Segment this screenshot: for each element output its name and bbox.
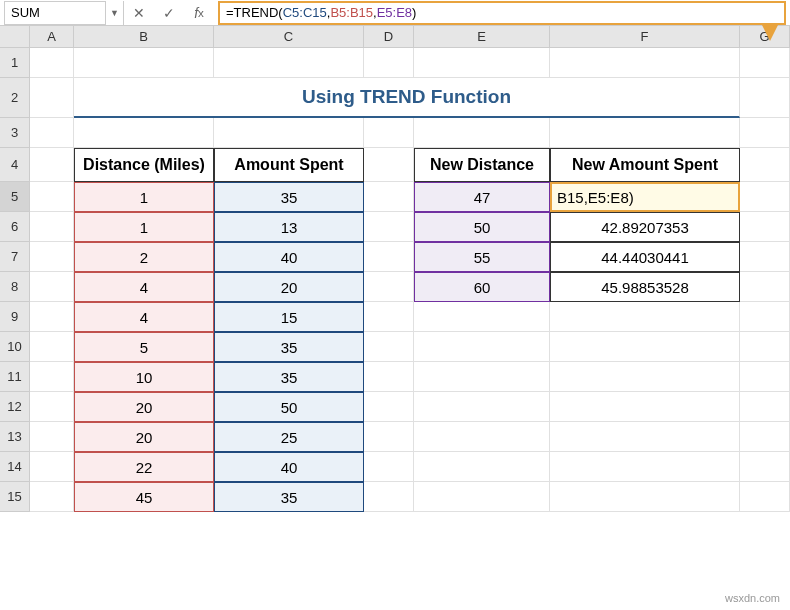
table-cell[interactable]: 1 (74, 212, 214, 242)
cell[interactable] (30, 182, 74, 212)
row-header[interactable]: 3 (0, 118, 30, 148)
row-header[interactable]: 11 (0, 362, 30, 392)
header-new-distance[interactable]: New Distance (414, 148, 550, 182)
cell[interactable] (550, 452, 740, 482)
table-cell[interactable]: 20 (214, 272, 364, 302)
cell[interactable] (740, 452, 790, 482)
cell[interactable] (740, 362, 790, 392)
title-cell[interactable]: Using TREND Function (74, 78, 740, 118)
cell[interactable] (30, 242, 74, 272)
table-cell[interactable]: 10 (74, 362, 214, 392)
table-cell[interactable]: 5 (74, 332, 214, 362)
editing-cell[interactable]: B15,E5:E8) (550, 182, 740, 212)
cell[interactable] (74, 48, 214, 78)
row-header[interactable]: 10 (0, 332, 30, 362)
name-box-dropdown-icon[interactable]: ▼ (106, 1, 124, 25)
table-cell[interactable]: 60 (414, 272, 550, 302)
table-cell[interactable]: 50 (414, 212, 550, 242)
cell[interactable] (414, 452, 550, 482)
cell[interactable] (414, 48, 550, 78)
cell[interactable] (30, 452, 74, 482)
cell[interactable] (364, 392, 414, 422)
cell[interactable] (30, 362, 74, 392)
table-cell[interactable]: 35 (214, 332, 364, 362)
cell[interactable] (550, 332, 740, 362)
enter-icon[interactable]: ✓ (154, 1, 184, 25)
cell[interactable] (364, 422, 414, 452)
cell[interactable] (414, 332, 550, 362)
table-cell[interactable]: 25 (214, 422, 364, 452)
table-cell[interactable]: 50 (214, 392, 364, 422)
table-cell[interactable]: 42.89207353 (550, 212, 740, 242)
cell[interactable] (364, 48, 414, 78)
table-cell[interactable]: 20 (74, 392, 214, 422)
cell[interactable] (214, 118, 364, 148)
cell[interactable] (30, 302, 74, 332)
table-cell[interactable]: 35 (214, 362, 364, 392)
row-header[interactable]: 2 (0, 78, 30, 118)
table-cell[interactable]: 22 (74, 452, 214, 482)
col-header-F[interactable]: F (550, 26, 740, 47)
cell[interactable] (30, 78, 74, 118)
table-cell[interactable]: 35 (214, 482, 364, 512)
cell[interactable] (740, 482, 790, 512)
cell[interactable] (550, 392, 740, 422)
row-header[interactable]: 7 (0, 242, 30, 272)
cell[interactable] (30, 272, 74, 302)
table-cell[interactable]: 15 (214, 302, 364, 332)
table-cell[interactable]: 47 (414, 182, 550, 212)
row-header[interactable]: 1 (0, 48, 30, 78)
cell[interactable] (414, 422, 550, 452)
col-header-C[interactable]: C (214, 26, 364, 47)
cell[interactable] (30, 118, 74, 148)
cell[interactable] (550, 118, 740, 148)
row-header[interactable]: 6 (0, 212, 30, 242)
cell[interactable] (30, 392, 74, 422)
cell[interactable] (30, 422, 74, 452)
formula-input[interactable]: =TREND(C5:C15,B5:B15,E5:E8) (218, 1, 786, 25)
cell[interactable] (550, 482, 740, 512)
cell[interactable] (550, 48, 740, 78)
col-header-E[interactable]: E (414, 26, 550, 47)
cell[interactable] (30, 148, 74, 182)
cell[interactable] (364, 182, 414, 212)
row-header[interactable]: 13 (0, 422, 30, 452)
cell[interactable] (364, 212, 414, 242)
cell[interactable] (414, 392, 550, 422)
cell[interactable] (740, 182, 790, 212)
cell[interactable] (414, 302, 550, 332)
header-distance[interactable]: Distance (Miles) (74, 148, 214, 182)
table-cell[interactable]: 35 (214, 182, 364, 212)
table-cell[interactable]: 40 (214, 242, 364, 272)
cell[interactable] (740, 48, 790, 78)
row-header[interactable]: 12 (0, 392, 30, 422)
cell[interactable] (74, 118, 214, 148)
table-cell[interactable]: 55 (414, 242, 550, 272)
col-header-A[interactable]: A (30, 26, 74, 47)
cell[interactable] (30, 48, 74, 78)
header-new-amount[interactable]: New Amount Spent (550, 148, 740, 182)
cell[interactable] (740, 212, 790, 242)
cell[interactable] (364, 272, 414, 302)
cell[interactable] (740, 242, 790, 272)
table-cell[interactable]: 44.44030441 (550, 242, 740, 272)
cell[interactable] (364, 118, 414, 148)
cell[interactable] (740, 332, 790, 362)
cell[interactable] (214, 48, 364, 78)
cell[interactable] (364, 482, 414, 512)
col-header-B[interactable]: B (74, 26, 214, 47)
table-cell[interactable]: 2 (74, 242, 214, 272)
row-header[interactable]: 5 (0, 182, 30, 212)
table-cell[interactable]: 1 (74, 182, 214, 212)
cell[interactable] (414, 482, 550, 512)
table-cell[interactable]: 45 (74, 482, 214, 512)
name-box[interactable]: SUM (4, 1, 106, 25)
cell[interactable] (30, 212, 74, 242)
cell[interactable] (30, 482, 74, 512)
cancel-icon[interactable]: ✕ (124, 1, 154, 25)
table-cell[interactable]: 4 (74, 302, 214, 332)
cell[interactable] (550, 422, 740, 452)
cell[interactable] (550, 362, 740, 392)
row-header[interactable]: 4 (0, 148, 30, 182)
cell[interactable] (364, 148, 414, 182)
